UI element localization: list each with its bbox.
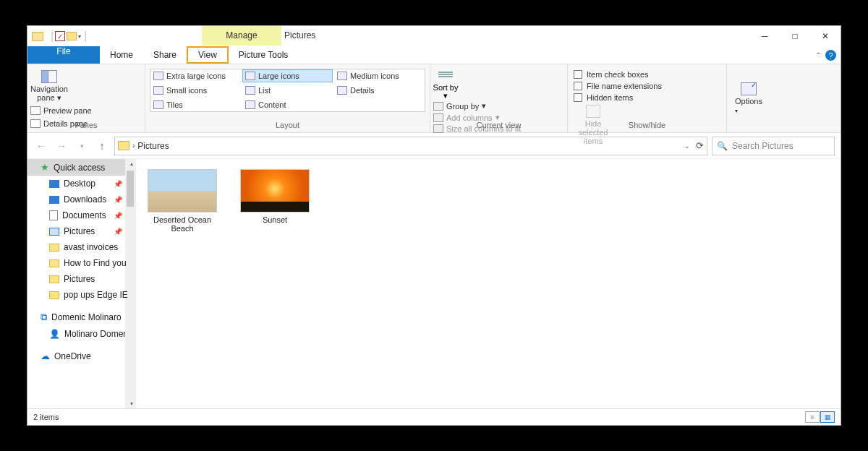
address-row: ← → ▾ ↑ › Pictures ⌄ ⟳ 🔍 Search Pictures [27, 133, 841, 159]
view-icons-switch[interactable]: ▦ [820, 411, 835, 423]
tab-home[interactable]: Home [100, 46, 143, 64]
qat-newfolder-icon[interactable] [67, 32, 77, 40]
maximize-button[interactable]: □ [780, 26, 810, 46]
file-name: Deserted Ocean Beach [146, 215, 218, 233]
layout-icon [245, 86, 255, 95]
file-list[interactable]: Deserted Ocean BeachSunset [136, 159, 841, 408]
sidebar-dropbox[interactable]: ⧉Domenic Molinaro [27, 309, 135, 326]
sidebar-item-desktop[interactable]: Desktop📌 [27, 176, 135, 192]
quick-access-toolbar: | ✓ ▾ | [51, 30, 87, 43]
ribbon: Navigation pane ▾ Preview pane Details p… [27, 64, 841, 133]
forward-button[interactable]: → [54, 138, 69, 154]
layout-tiles[interactable]: Tiles [150, 98, 241, 111]
pin-icon: 📌 [114, 212, 122, 220]
sidebar-item-pictures[interactable]: Pictures [27, 271, 135, 287]
layout-icon [337, 86, 347, 95]
sidebar-item-avast-invoices[interactable]: avast invoices [27, 239, 135, 255]
view-details-switch[interactable]: ≡ [805, 411, 820, 423]
tab-share[interactable]: Share [143, 46, 187, 64]
sidebar-dropbox-user[interactable]: 👤Molinaro Domen [27, 326, 135, 342]
address-bar[interactable]: › Pictures ⌄ ⟳ [114, 137, 707, 155]
address-folder-icon [118, 141, 129, 150]
check-item-checkboxes[interactable]: Item check boxes [574, 70, 726, 79]
group-label-layout: Layout [145, 121, 430, 129]
blue-icon [49, 196, 59, 204]
layout-icon [153, 100, 163, 109]
sidebar-item-how-to-find-you[interactable]: How to Find you [27, 255, 135, 271]
scroll-up-icon[interactable]: ▴ [130, 160, 133, 167]
checkbox-icon [574, 82, 582, 90]
layout-icon [153, 86, 163, 95]
search-icon: 🔍 [717, 141, 728, 151]
thumbnail [148, 169, 217, 212]
pic-icon [49, 228, 59, 236]
tab-file[interactable]: File [27, 46, 100, 64]
group-current-view: Sort by ▾ Group by ▾ Add columns ▾ Size … [430, 64, 568, 132]
sidebar-item-downloads[interactable]: Downloads📌 [27, 192, 135, 207]
options-icon: ✓ [741, 82, 757, 95]
sidebar-quick-access[interactable]: ★ Quick access [27, 159, 135, 176]
layout-list[interactable]: List [242, 84, 333, 97]
up-button[interactable]: ↑ [94, 138, 110, 154]
layout-extra-large-icons[interactable]: Extra large icons [150, 69, 241, 82]
preview-pane-icon [30, 106, 41, 115]
window-title: Pictures [284, 30, 315, 40]
back-button[interactable]: ← [33, 138, 49, 154]
pin-icon: 📌 [114, 196, 122, 204]
star-icon: ★ [41, 162, 49, 173]
address-dropdown-icon[interactable]: ⌄ [684, 142, 690, 150]
options-button[interactable]: ✓ Options▾ [727, 64, 770, 132]
file-name: Sunset [263, 215, 287, 224]
group-by-button[interactable]: Group by ▾ [433, 101, 564, 111]
layout-medium-icons[interactable]: Medium icons [334, 69, 425, 82]
check-file-extensions[interactable]: File name extensions [574, 82, 726, 90]
refresh-icon[interactable]: ⟳ [696, 140, 704, 151]
file-sunset[interactable]: Sunset [239, 169, 311, 224]
navigation-pane-button[interactable]: Navigation pane ▾ [27, 64, 71, 102]
layout-content[interactable]: Content [242, 98, 333, 111]
group-panes: Navigation pane ▾ Preview pane Details p… [27, 64, 145, 132]
layout-large-icons[interactable]: Large icons [242, 69, 333, 82]
group-label-showhide: Show/hide [568, 121, 726, 129]
search-input[interactable]: 🔍 Search Pictures [712, 137, 835, 155]
qat-properties-icon[interactable]: ✓ [55, 31, 65, 41]
checkbox-icon [574, 93, 582, 102]
thumbnail [240, 169, 310, 212]
help-icon[interactable]: ? [825, 50, 836, 61]
file-deserted-ocean-beach[interactable]: Deserted Ocean Beach [146, 169, 218, 233]
cloud-icon: ☁ [41, 351, 50, 361]
titlebar: | ✓ ▾ | Manage Pictures ─ □ ✕ [27, 26, 841, 46]
qat-customize-icon[interactable]: ▾ [78, 33, 81, 40]
history-dropdown-icon[interactable]: ▾ [74, 138, 90, 154]
group-by-icon [433, 102, 443, 111]
tab-view[interactable]: View [187, 46, 229, 64]
hide-selected-icon [586, 105, 600, 118]
breadcrumb-sep-icon[interactable]: › [132, 142, 135, 150]
layout-small-icons[interactable]: Small icons [150, 84, 241, 97]
contextual-tab-manage[interactable]: Manage [202, 26, 281, 46]
fold-icon [49, 244, 59, 252]
preview-pane-button[interactable]: Preview pane [30, 106, 142, 115]
fold-icon [49, 259, 59, 267]
sort-by-button[interactable]: Sort by ▾ [430, 69, 461, 100]
group-label-current-view: Current view [430, 121, 567, 129]
search-placeholder: Search Pictures [732, 141, 793, 151]
sidebar-item-pop-ups-edge-ie[interactable]: pop ups Edge IE [27, 287, 135, 303]
blue-icon [49, 180, 59, 188]
sort-icon [438, 72, 453, 83]
pin-icon: 📌 [114, 228, 122, 236]
layout-details[interactable]: Details [334, 84, 425, 97]
qat-sep: | [51, 30, 54, 43]
breadcrumb-location[interactable]: Pictures [137, 141, 169, 151]
close-button[interactable]: ✕ [810, 26, 841, 46]
fold-icon [49, 291, 59, 299]
sidebar-onedrive[interactable]: ☁OneDrive [27, 348, 135, 364]
sidebar-item-pictures[interactable]: Pictures📌 [27, 223, 135, 239]
check-hidden-items[interactable]: Hidden items [574, 93, 726, 102]
tab-picture-tools[interactable]: Picture Tools [229, 46, 298, 64]
scroll-down-icon[interactable]: ▾ [130, 400, 133, 407]
collapse-ribbon-icon[interactable]: ⌃ [815, 51, 821, 59]
group-showhide: Item check boxes File name extensions Hi… [568, 64, 727, 132]
minimize-button[interactable]: ─ [749, 26, 780, 46]
sidebar-item-documents[interactable]: Documents📌 [27, 207, 135, 223]
